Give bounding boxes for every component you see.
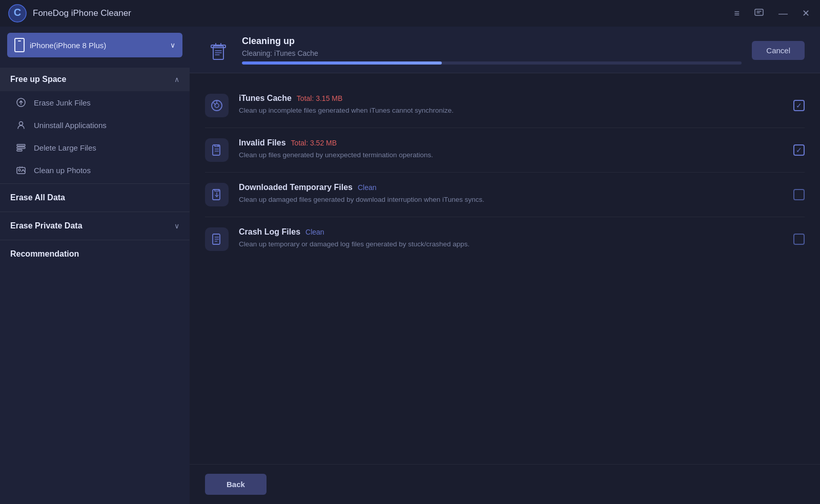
cleaning-icon bbox=[205, 37, 232, 64]
itunes-cache-info: iTunes Cache Total: 3.15 MB Clean up inc… bbox=[239, 94, 783, 116]
chat-button[interactable] bbox=[752, 6, 766, 22]
section-free-up-space-chevron-icon bbox=[174, 75, 179, 84]
section-erase-private-data[interactable]: Erase Private Data bbox=[0, 214, 190, 238]
section-erase-all-data-label: Erase All Data bbox=[10, 193, 65, 202]
itunes-cache-desc: Clean up incomplete files generated when… bbox=[239, 106, 783, 116]
progress-info: Cleaning up Cleaning: iTunes Cache bbox=[242, 36, 742, 65]
nav-delete-large-files[interactable]: Delete Large Files bbox=[0, 136, 190, 159]
progress-bar-background bbox=[242, 61, 742, 65]
clean-up-photos-label: Clean up Photos bbox=[34, 166, 91, 175]
uninstall-apps-label: Uninstall Applications bbox=[34, 121, 107, 130]
progress-bar-fill bbox=[242, 61, 442, 65]
close-button[interactable]: ✕ bbox=[800, 7, 812, 20]
device-chevron-icon: ∨ bbox=[170, 41, 175, 49]
downloaded-temp-title-row: Downloaded Temporary Files Clean bbox=[239, 183, 783, 192]
file-item-downloaded-temp: Downloaded Temporary Files Clean Clean u… bbox=[205, 173, 805, 217]
erase-junk-files-icon bbox=[15, 97, 27, 108]
svg-point-5 bbox=[19, 122, 23, 125]
clean-up-photos-icon bbox=[15, 164, 27, 176]
main-layout: iPhone(iPhone 8 Plus) ∨ Free up Space Er… bbox=[0, 27, 820, 504]
nav-uninstall-applications[interactable]: Uninstall Applications bbox=[0, 114, 190, 136]
chat-icon bbox=[754, 8, 764, 18]
itunes-cache-icon bbox=[205, 94, 229, 117]
delete-large-files-icon bbox=[15, 142, 27, 153]
section-erase-private-data-label: Erase Private Data bbox=[10, 221, 83, 230]
itunes-cache-size: Total: 3.15 MB bbox=[297, 94, 343, 102]
downloaded-temp-desc: Clean up damaged files generated by down… bbox=[239, 195, 783, 205]
svg-rect-2 bbox=[755, 9, 763, 15]
device-selector[interactable]: iPhone(iPhone 8 Plus) ∨ bbox=[7, 33, 182, 57]
invalid-files-icon bbox=[205, 138, 229, 162]
crash-log-checkbox[interactable] bbox=[793, 234, 805, 245]
itunes-cache-title-row: iTunes Cache Total: 3.15 MB bbox=[239, 94, 783, 103]
downloaded-temp-info: Downloaded Temporary Files Clean Clean u… bbox=[239, 183, 783, 205]
itunes-cache-name: iTunes Cache bbox=[239, 94, 292, 103]
section-recommendation-label: Recommendation bbox=[10, 249, 79, 259]
back-button[interactable]: Back bbox=[205, 474, 266, 495]
phone-icon bbox=[14, 38, 25, 52]
nav-items-free-up-space: Erase Junk Files Uninstall Applications bbox=[0, 91, 190, 181]
downloaded-temp-checkbox[interactable] bbox=[793, 189, 805, 200]
svg-rect-7 bbox=[17, 147, 25, 149]
uninstall-apps-icon bbox=[15, 119, 27, 131]
divider-1 bbox=[0, 183, 190, 184]
section-erase-all-data[interactable]: Erase All Data bbox=[0, 186, 190, 209]
invalid-files-info: Invalid Files Total: 3.52 MB Clean up fi… bbox=[239, 138, 783, 160]
crash-log-name: Crash Log Files bbox=[239, 227, 300, 237]
divider-2 bbox=[0, 212, 190, 212]
progress-title: Cleaning up bbox=[242, 36, 742, 47]
downloaded-temp-name: Downloaded Temporary Files bbox=[239, 183, 353, 192]
sidebar: iPhone(iPhone 8 Plus) ∨ Free up Space Er… bbox=[0, 27, 190, 504]
section-free-up-space-label: Free up Space bbox=[10, 75, 66, 84]
svg-text:C: C bbox=[14, 7, 21, 18]
progress-subtitle: Cleaning: iTunes Cache bbox=[242, 49, 742, 57]
app-title: FoneDog iPhone Cleaner bbox=[33, 8, 131, 18]
invalid-files-desc: Clean up files generated by unexpected t… bbox=[239, 151, 783, 160]
downloaded-temp-size: Clean bbox=[358, 183, 377, 192]
svg-rect-8 bbox=[17, 150, 22, 151]
invalid-files-size: Total: 3.52 MB bbox=[291, 139, 337, 147]
crash-log-desc: Clean up temporary or damaged log files … bbox=[239, 240, 783, 249]
svg-rect-6 bbox=[17, 144, 25, 146]
svg-point-10 bbox=[18, 169, 20, 171]
crash-log-icon bbox=[205, 227, 229, 251]
itunes-cache-checkbox[interactable] bbox=[793, 100, 805, 111]
bottom-bar: Back bbox=[190, 464, 820, 504]
section-free-up-space[interactable]: Free up Space bbox=[0, 68, 190, 91]
erase-junk-files-label: Erase Junk Files bbox=[34, 98, 91, 107]
titlebar: C FoneDog iPhone Cleaner ≡ — ✕ bbox=[0, 0, 820, 27]
section-recommendation[interactable]: Recommendation bbox=[0, 242, 190, 266]
file-item-crash-log: Crash Log Files Clean Clean up temporary… bbox=[205, 217, 805, 261]
section-erase-private-data-chevron-icon bbox=[174, 221, 179, 230]
titlebar-left: C FoneDog iPhone Cleaner bbox=[8, 4, 131, 23]
file-items-list: iTunes Cache Total: 3.15 MB Clean up inc… bbox=[190, 73, 820, 464]
device-name: iPhone(iPhone 8 Plus) bbox=[30, 41, 106, 50]
delete-large-files-label: Delete Large Files bbox=[34, 143, 96, 152]
downloaded-temp-icon bbox=[205, 183, 229, 206]
titlebar-controls: ≡ — ✕ bbox=[732, 6, 812, 22]
nav-clean-up-photos[interactable]: Clean up Photos bbox=[0, 159, 190, 181]
invalid-files-name: Invalid Files bbox=[239, 138, 286, 148]
crash-log-size: Clean bbox=[305, 228, 324, 236]
nav-erase-junk-files[interactable]: Erase Junk Files bbox=[0, 91, 190, 114]
file-item-invalid-files: Invalid Files Total: 3.52 MB Clean up fi… bbox=[205, 128, 805, 173]
divider-3 bbox=[0, 240, 190, 240]
crash-log-title-row: Crash Log Files Clean bbox=[239, 227, 783, 237]
menu-button[interactable]: ≡ bbox=[732, 7, 742, 20]
file-item-itunes-cache: iTunes Cache Total: 3.15 MB Clean up inc… bbox=[205, 83, 805, 128]
cancel-button[interactable]: Cancel bbox=[752, 41, 805, 60]
minimize-button[interactable]: — bbox=[776, 7, 790, 20]
crash-log-info: Crash Log Files Clean Clean up temporary… bbox=[239, 227, 783, 249]
content-area: Cleaning up Cleaning: iTunes Cache Cance… bbox=[190, 27, 820, 504]
progress-header: Cleaning up Cleaning: iTunes Cache Cance… bbox=[190, 27, 820, 73]
invalid-files-title-row: Invalid Files Total: 3.52 MB bbox=[239, 138, 783, 148]
device-selector-left: iPhone(iPhone 8 Plus) bbox=[14, 38, 106, 52]
invalid-files-checkbox[interactable] bbox=[793, 144, 805, 156]
app-logo-icon: C bbox=[8, 4, 27, 23]
